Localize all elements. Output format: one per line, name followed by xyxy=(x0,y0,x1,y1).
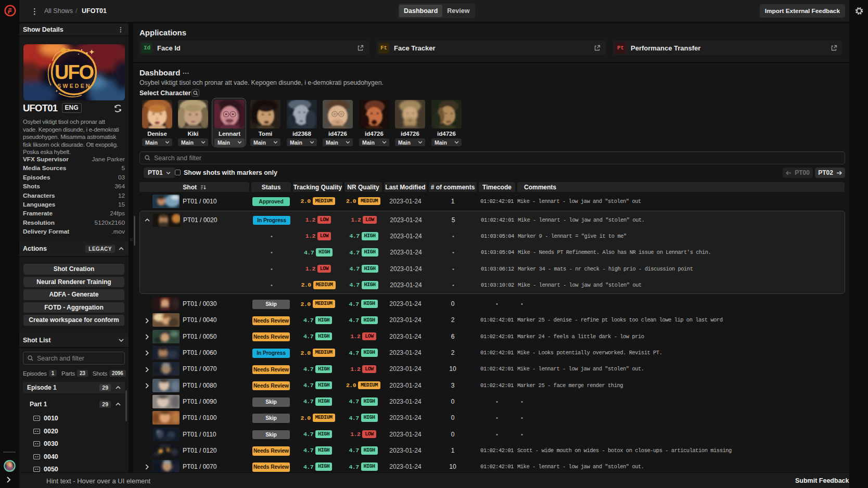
svg-text:SWEDEN: SWEDEN xyxy=(57,83,91,89)
svg-text:UFO: UFO xyxy=(54,61,93,83)
